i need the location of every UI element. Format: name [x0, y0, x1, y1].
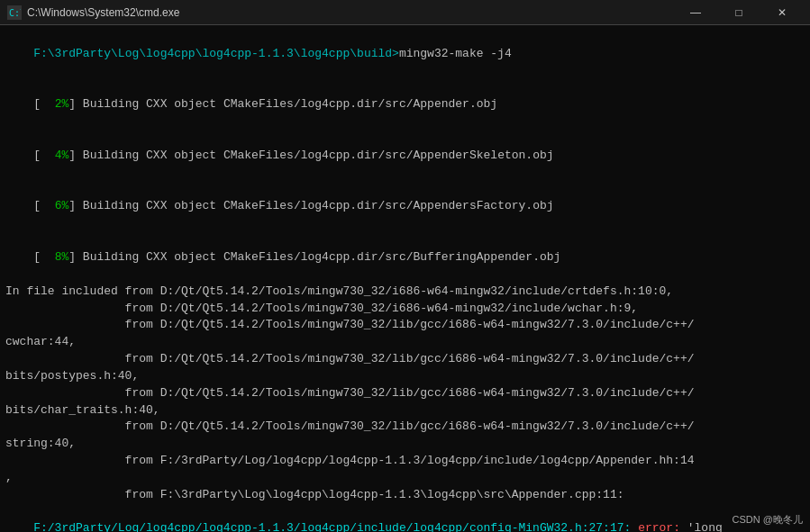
minimize-button[interactable]: —	[675, 0, 716, 25]
include-line-1: In file included from D:/Qt/Qt5.14.2/Too…	[5, 284, 805, 301]
include-line-4: cwchar:44,	[5, 334, 805, 351]
window-controls: — □ ✕	[675, 0, 803, 25]
prompt-line: F:\3rdParty\Log\log4cpp\log4cpp-1.1.3\lo…	[5, 29, 805, 80]
cmd-icon: C:\	[7, 5, 22, 20]
include-line-2: from D:/Qt/Qt5.14.2/Tools/mingw730_32/i6…	[5, 301, 805, 318]
title-bar-left: C:\ C:\Windows\System32\cmd.exe	[7, 5, 179, 20]
close-button[interactable]: ✕	[761, 0, 803, 25]
title-bar: C:\ C:\Windows\System32\cmd.exe — □ ✕	[0, 0, 810, 25]
build-line-4: [ 8%] Building CXX object CMakeFiles/log…	[5, 232, 805, 284]
maximize-button[interactable]: □	[718, 0, 760, 25]
include-line-5: from D:/Qt/Qt5.14.2/Tools/mingw730_32/li…	[5, 351, 805, 368]
include-line-6: bits/postypes.h:40,	[5, 368, 805, 385]
include-line-11: from F:/3rdParty/Log/log4cpp/log4cpp-1.1…	[5, 453, 805, 470]
build-line-1: [ 2%] Building CXX object CMakeFiles/log…	[5, 80, 805, 131]
build-line-3: [ 6%] Building CXX object CMakeFiles/log…	[5, 182, 805, 233]
include-line-7: from D:/Qt/Qt5.14.2/Tools/mingw730_32/li…	[5, 385, 805, 402]
prompt-text: F:\3rdParty\Log\log4cpp\log4cpp-1.1.3\lo…	[33, 47, 399, 60]
error1-line1: F:/3rdParty/Log/log4cpp/log4cpp-1.1.3/lo…	[5, 504, 805, 532]
build-line-2: [ 4%] Building CXX object CMakeFiles/log…	[5, 131, 805, 182]
include-line-9: from D:/Qt/Qt5.14.2/Tools/mingw730_32/li…	[5, 419, 805, 436]
include-line-12: ,	[5, 470, 805, 487]
window-title: C:\Windows\System32\cmd.exe	[27, 6, 179, 19]
include-line-3: from D:/Qt/Qt5.14.2/Tools/mingw730_32/li…	[5, 317, 805, 334]
include-line-13: from F:\3rdParty\Log\log4cpp\log4cpp-1.1…	[5, 487, 805, 504]
terminal-window: F:\3rdParty\Log\log4cpp\log4cpp-1.1.3\lo…	[0, 25, 810, 532]
svg-text:C:\: C:\	[9, 8, 21, 18]
include-line-10: string:40,	[5, 436, 805, 453]
watermark: CSDN @晚冬儿	[733, 513, 803, 527]
include-line-8: bits/char_traits.h:40,	[5, 402, 805, 419]
